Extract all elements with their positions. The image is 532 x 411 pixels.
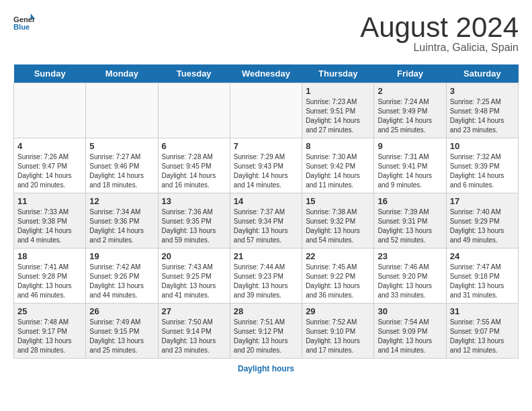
day-info: Sunrise: 7:45 AM Sunset: 9:22 PM Dayligh… <box>306 263 370 300</box>
day-number: 27 <box>162 306 226 316</box>
day-number: 10 <box>450 141 515 151</box>
day-info: Sunrise: 7:49 AM Sunset: 9:15 PM Dayligh… <box>89 318 154 355</box>
calendar-cell: 11Sunrise: 7:33 AM Sunset: 9:38 PM Dayli… <box>14 193 86 248</box>
day-number: 6 <box>162 141 226 151</box>
day-info: Sunrise: 7:38 AM Sunset: 9:32 PM Dayligh… <box>306 208 370 245</box>
day-number: 29 <box>306 306 370 316</box>
calendar-cell: 19Sunrise: 7:42 AM Sunset: 9:26 PM Dayli… <box>86 248 158 304</box>
day-info: Sunrise: 7:29 AM Sunset: 9:43 PM Dayligh… <box>234 152 298 190</box>
calendar-cell: 10Sunrise: 7:32 AM Sunset: 9:39 PM Dayli… <box>446 138 518 193</box>
day-number: 5 <box>89 141 154 151</box>
col-header-sunday: Sunday <box>14 64 86 83</box>
day-number: 28 <box>234 306 298 316</box>
day-info: Sunrise: 7:51 AM Sunset: 9:12 PM Dayligh… <box>234 318 298 355</box>
day-number: 24 <box>450 251 515 261</box>
day-info: Sunrise: 7:46 AM Sunset: 9:20 PM Dayligh… <box>378 263 442 300</box>
day-info: Sunrise: 7:48 AM Sunset: 9:17 PM Dayligh… <box>17 318 82 355</box>
day-number: 11 <box>17 196 82 206</box>
day-number: 8 <box>306 141 370 151</box>
page-header: General Blue August 2024 Luintra, Galici… <box>13 13 519 54</box>
day-info: Sunrise: 7:41 AM Sunset: 9:28 PM Dayligh… <box>17 263 82 300</box>
day-info: Sunrise: 7:36 AM Sunset: 9:35 PM Dayligh… <box>162 208 226 245</box>
calendar-cell: 21Sunrise: 7:44 AM Sunset: 9:23 PM Dayli… <box>230 248 302 304</box>
calendar-cell <box>86 83 158 138</box>
day-info: Sunrise: 7:25 AM Sunset: 9:48 PM Dayligh… <box>450 97 515 135</box>
col-header-saturday: Saturday <box>446 64 518 83</box>
calendar-cell: 27Sunrise: 7:50 AM Sunset: 9:14 PM Dayli… <box>158 304 230 359</box>
day-info: Sunrise: 7:54 AM Sunset: 9:09 PM Dayligh… <box>378 318 442 355</box>
calendar-cell: 16Sunrise: 7:39 AM Sunset: 9:31 PM Dayli… <box>374 193 446 248</box>
calendar-cell: 13Sunrise: 7:36 AM Sunset: 9:35 PM Dayli… <box>158 193 230 248</box>
week-row-5: 25Sunrise: 7:48 AM Sunset: 9:17 PM Dayli… <box>14 304 519 359</box>
day-number: 9 <box>378 141 442 151</box>
day-number: 13 <box>162 196 226 206</box>
logo: General Blue <box>13 13 35 32</box>
calendar-table: SundayMondayTuesdayWednesdayThursdayFrid… <box>13 64 519 359</box>
calendar-cell: 6Sunrise: 7:28 AM Sunset: 9:45 PM Daylig… <box>158 138 230 193</box>
day-info: Sunrise: 7:43 AM Sunset: 9:25 PM Dayligh… <box>162 263 226 300</box>
calendar-cell: 3Sunrise: 7:25 AM Sunset: 9:48 PM Daylig… <box>446 83 518 138</box>
day-number: 3 <box>450 86 515 96</box>
day-number: 4 <box>17 141 82 151</box>
calendar-cell: 31Sunrise: 7:55 AM Sunset: 9:07 PM Dayli… <box>446 304 518 359</box>
day-number: 15 <box>306 196 370 206</box>
week-row-3: 11Sunrise: 7:33 AM Sunset: 9:38 PM Dayli… <box>14 193 519 248</box>
day-number: 19 <box>89 251 154 261</box>
calendar-cell: 5Sunrise: 7:27 AM Sunset: 9:46 PM Daylig… <box>86 138 158 193</box>
day-info: Sunrise: 7:24 AM Sunset: 9:49 PM Dayligh… <box>378 97 442 135</box>
calendar-cell: 29Sunrise: 7:52 AM Sunset: 9:10 PM Dayli… <box>302 304 374 359</box>
day-info: Sunrise: 7:32 AM Sunset: 9:39 PM Dayligh… <box>450 152 515 190</box>
calendar-cell: 25Sunrise: 7:48 AM Sunset: 9:17 PM Dayli… <box>14 304 86 359</box>
day-number: 23 <box>378 251 442 261</box>
day-number: 18 <box>17 251 82 261</box>
col-header-wednesday: Wednesday <box>230 64 302 83</box>
svg-text:Blue: Blue <box>13 23 30 31</box>
week-row-2: 4Sunrise: 7:26 AM Sunset: 9:47 PM Daylig… <box>14 138 519 193</box>
day-number: 7 <box>234 141 298 151</box>
calendar-cell: 22Sunrise: 7:45 AM Sunset: 9:22 PM Dayli… <box>302 248 374 304</box>
day-number: 26 <box>89 306 154 316</box>
calendar-cell: 15Sunrise: 7:38 AM Sunset: 9:32 PM Dayli… <box>302 193 374 248</box>
day-number: 14 <box>234 196 298 206</box>
day-number: 12 <box>89 196 154 206</box>
calendar-cell: 14Sunrise: 7:37 AM Sunset: 9:34 PM Dayli… <box>230 193 302 248</box>
day-info: Sunrise: 7:47 AM Sunset: 9:18 PM Dayligh… <box>450 263 515 300</box>
day-info: Sunrise: 7:37 AM Sunset: 9:34 PM Dayligh… <box>234 208 298 245</box>
day-number: 17 <box>450 196 515 206</box>
day-info: Sunrise: 7:23 AM Sunset: 9:51 PM Dayligh… <box>306 97 370 135</box>
col-header-thursday: Thursday <box>302 64 374 83</box>
calendar-cell: 7Sunrise: 7:29 AM Sunset: 9:43 PM Daylig… <box>230 138 302 193</box>
calendar-cell <box>158 83 230 138</box>
day-number: 20 <box>162 251 226 261</box>
col-header-monday: Monday <box>86 64 158 83</box>
week-row-4: 18Sunrise: 7:41 AM Sunset: 9:28 PM Dayli… <box>14 248 519 304</box>
calendar-header-row: SundayMondayTuesdayWednesdayThursdayFrid… <box>14 64 519 83</box>
col-header-tuesday: Tuesday <box>158 64 230 83</box>
title-block: August 2024 Luintra, Galicia, Spain <box>360 13 519 54</box>
day-info: Sunrise: 7:30 AM Sunset: 9:42 PM Dayligh… <box>306 152 370 190</box>
day-info: Sunrise: 7:40 AM Sunset: 9:29 PM Dayligh… <box>450 208 515 245</box>
calendar-cell <box>14 83 86 138</box>
day-info: Sunrise: 7:28 AM Sunset: 9:45 PM Dayligh… <box>162 152 226 190</box>
calendar-cell: 8Sunrise: 7:30 AM Sunset: 9:42 PM Daylig… <box>302 138 374 193</box>
day-number: 31 <box>450 306 515 316</box>
day-info: Sunrise: 7:50 AM Sunset: 9:14 PM Dayligh… <box>162 318 226 355</box>
day-info: Sunrise: 7:27 AM Sunset: 9:46 PM Dayligh… <box>89 152 154 190</box>
calendar-cell: 4Sunrise: 7:26 AM Sunset: 9:47 PM Daylig… <box>14 138 86 193</box>
calendar-cell: 28Sunrise: 7:51 AM Sunset: 9:12 PM Dayli… <box>230 304 302 359</box>
calendar-cell: 30Sunrise: 7:54 AM Sunset: 9:09 PM Dayli… <box>374 304 446 359</box>
day-number: 2 <box>378 86 442 96</box>
day-info: Sunrise: 7:31 AM Sunset: 9:41 PM Dayligh… <box>378 152 442 190</box>
location-subtitle: Luintra, Galicia, Spain <box>360 42 519 54</box>
calendar-cell: 12Sunrise: 7:34 AM Sunset: 9:36 PM Dayli… <box>86 193 158 248</box>
day-info: Sunrise: 7:42 AM Sunset: 9:26 PM Dayligh… <box>89 263 154 300</box>
day-number: 30 <box>378 306 442 316</box>
calendar-cell: 9Sunrise: 7:31 AM Sunset: 9:41 PM Daylig… <box>374 138 446 193</box>
calendar-cell: 24Sunrise: 7:47 AM Sunset: 9:18 PM Dayli… <box>446 248 518 304</box>
day-number: 16 <box>378 196 442 206</box>
day-info: Sunrise: 7:55 AM Sunset: 9:07 PM Dayligh… <box>450 318 515 355</box>
calendar-cell: 23Sunrise: 7:46 AM Sunset: 9:20 PM Dayli… <box>374 248 446 304</box>
calendar-cell <box>230 83 302 138</box>
day-info: Sunrise: 7:44 AM Sunset: 9:23 PM Dayligh… <box>234 263 298 300</box>
day-number: 22 <box>306 251 370 261</box>
